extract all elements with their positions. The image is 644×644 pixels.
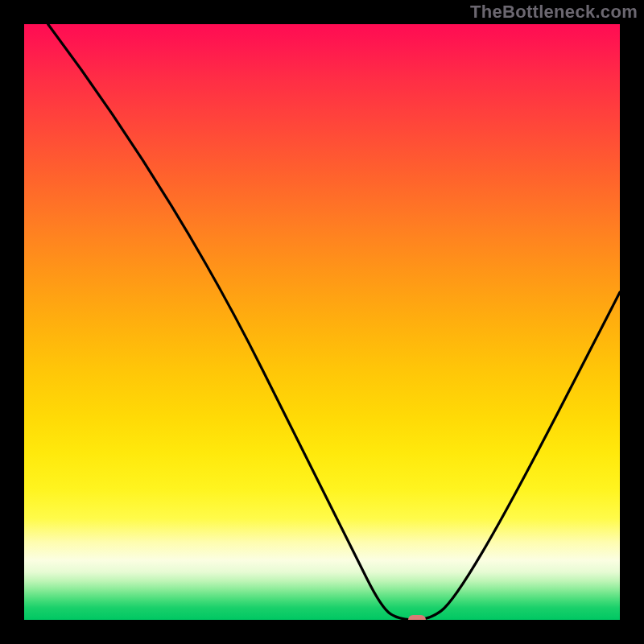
- optimal-point-marker: [408, 615, 426, 620]
- plot-area: [24, 24, 620, 620]
- watermark-text: TheBottleneck.com: [470, 2, 638, 23]
- bottleneck-curve: [24, 24, 620, 620]
- chart-frame: TheBottleneck.com: [0, 0, 644, 644]
